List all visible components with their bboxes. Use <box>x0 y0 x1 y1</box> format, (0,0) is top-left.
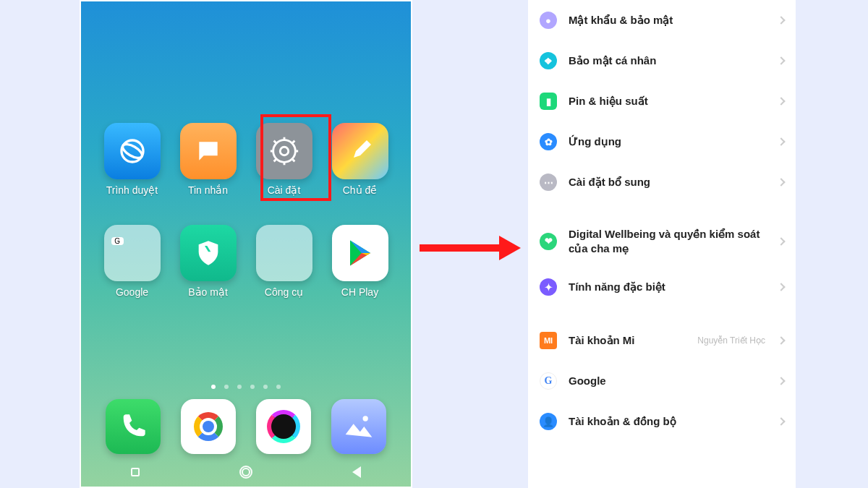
settings-screen: ● Mật khẩu & bảo mật ❖ Bảo mật cá nhân ▮… <box>528 0 796 488</box>
app-label: Chủ đề <box>343 184 378 196</box>
settings-label: Google <box>569 374 767 388</box>
chevron-right-icon <box>777 137 785 145</box>
chevron-right-icon <box>777 16 785 24</box>
google-icon: G <box>540 372 557 390</box>
privacy-icon: ❖ <box>540 52 557 69</box>
chevron-right-icon <box>777 336 785 344</box>
settings-item-mi-account[interactable]: MI Tài khoản Mi Nguyễn Triết Học <box>528 320 796 361</box>
app-google-folder[interactable]: G Google <box>94 225 170 298</box>
svg-point-2 <box>273 140 295 163</box>
nav-home[interactable] <box>239 466 252 479</box>
app-label: Bảo mật <box>188 286 228 298</box>
special-icon: ✦ <box>540 278 557 296</box>
app-messages[interactable]: Tin nhắn <box>170 123 246 196</box>
settings-item-special[interactable]: ✦ Tính năng đặc biệt <box>528 267 796 307</box>
settings-item-wellbeing[interactable]: ❤ Digital Wellbeing và quyền kiểm soát c… <box>528 215 796 267</box>
settings-item-password[interactable]: ● Mật khẩu & bảo mật <box>528 0 796 40</box>
page-indicator <box>81 385 411 389</box>
settings-item-privacy[interactable]: ❖ Bảo mật cá nhân <box>528 40 796 81</box>
chevron-right-icon <box>777 377 785 385</box>
brush-icon <box>332 123 388 179</box>
app-label: Tin nhắn <box>188 184 228 196</box>
group-divider <box>528 307 796 320</box>
settings-item-apps[interactable]: ✿ Ứng dụng <box>528 121 796 162</box>
settings-item-battery[interactable]: ▮ Pin & hiệu suất <box>528 81 796 121</box>
settings-label: Mật khẩu & bảo mật <box>569 13 767 27</box>
app-security[interactable]: Bảo mật <box>170 225 246 298</box>
dock-phone[interactable] <box>106 399 161 454</box>
settings-list: ● Mật khẩu & bảo mật ❖ Bảo mật cá nhân ▮… <box>528 0 796 442</box>
app-label: Công cụ <box>265 286 303 298</box>
settings-detail: Nguyễn Triết Học <box>697 335 765 346</box>
settings-item-additional[interactable]: ⋯ Cài đặt bổ sung <box>528 162 796 202</box>
gear-icon <box>256 123 312 179</box>
folder-icon: G <box>104 225 161 281</box>
dock <box>81 399 411 454</box>
app-themes[interactable]: Chủ đề <box>322 123 398 196</box>
svg-point-4 <box>363 416 368 421</box>
chevron-right-icon <box>777 178 785 186</box>
chevron-right-icon <box>777 283 785 291</box>
nav-back[interactable] <box>352 466 361 478</box>
message-icon <box>180 123 237 179</box>
settings-label: Pin & hiệu suất <box>569 94 767 108</box>
nav-bar <box>81 458 411 487</box>
account-icon: 👤 <box>540 413 557 430</box>
settings-label: Cài đặt bổ sung <box>569 175 767 189</box>
app-tools-folder[interactable]: Công cụ <box>246 225 322 298</box>
app-label: Trình duyệt <box>106 184 158 196</box>
dock-chrome[interactable] <box>181 399 236 454</box>
svg-point-3 <box>280 147 289 155</box>
app-browser[interactable]: Trình duyệt <box>94 123 170 196</box>
group-divider <box>528 202 796 215</box>
settings-item-google[interactable]: G Google <box>528 361 796 401</box>
wellbeing-icon: ❤ <box>540 233 557 250</box>
chrome-icon <box>194 412 223 441</box>
settings-label: Digital Wellbeing và quyền kiểm soát của… <box>569 227 767 255</box>
settings-label: Bảo mật cá nhân <box>569 53 767 68</box>
folder-icon <box>256 225 312 281</box>
app-label: CH Play <box>341 286 378 298</box>
app-label: Cài đặt <box>268 184 301 196</box>
app-settings[interactable]: Cài đặt <box>246 123 322 196</box>
mi-icon: MI <box>540 332 557 349</box>
app-label: Google <box>116 286 148 298</box>
app-grid: Trình duyệt Tin nhắn Cài đặt Chủ đề G <box>81 123 411 298</box>
dock-gallery[interactable] <box>331 399 386 454</box>
dock-camera[interactable] <box>256 399 311 454</box>
home-screen: Trình duyệt Tin nhắn Cài đặt Chủ đề G <box>80 0 412 488</box>
lock-icon: ● <box>540 12 557 29</box>
chevron-right-icon <box>777 417 785 425</box>
play-store-icon <box>332 225 388 281</box>
browser-icon <box>104 123 161 179</box>
instruction-arrow <box>420 241 521 254</box>
camera-icon <box>267 410 300 443</box>
shield-icon <box>180 225 237 281</box>
app-play-store[interactable]: CH Play <box>322 225 398 298</box>
settings-item-account-sync[interactable]: 👤 Tài khoản & đồng bộ <box>528 401 796 442</box>
chevron-right-icon <box>777 56 785 64</box>
chevron-right-icon <box>777 237 785 245</box>
settings-label: Tính năng đặc biệt <box>569 280 767 294</box>
settings-label: Ứng dụng <box>569 134 767 149</box>
nav-recent[interactable] <box>131 468 140 476</box>
battery-icon: ▮ <box>540 93 557 110</box>
chevron-right-icon <box>777 97 785 105</box>
apps-icon: ✿ <box>540 133 557 150</box>
more-icon: ⋯ <box>540 174 557 191</box>
settings-label: Tài khoản & đồng bộ <box>569 414 767 429</box>
settings-label: Tài khoản Mi <box>569 333 686 348</box>
